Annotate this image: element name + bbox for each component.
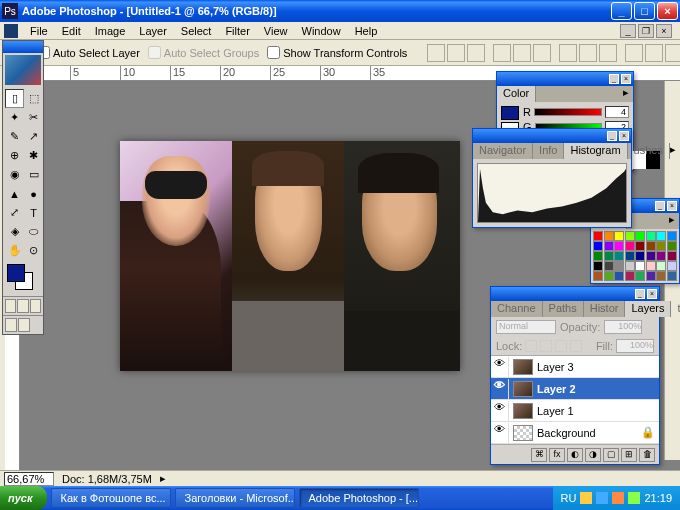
swatch[interactable] xyxy=(635,271,645,281)
swatch[interactable] xyxy=(614,241,624,251)
align-icon[interactable] xyxy=(467,44,485,62)
toolbox-titlebar[interactable] xyxy=(3,41,43,53)
panel-close-button[interactable]: × xyxy=(619,131,629,141)
quick-mask-icon[interactable] xyxy=(5,318,17,332)
tool-16[interactable]: ✋ xyxy=(5,241,24,260)
swatch[interactable] xyxy=(593,241,603,251)
swatch[interactable] xyxy=(635,251,645,261)
maximize-button[interactable]: □ xyxy=(634,2,655,20)
paths-tab[interactable]: Paths xyxy=(543,301,584,317)
auto-select-groups-checkbox[interactable]: Auto Select Groups xyxy=(148,46,259,59)
layer-row[interactable]: 👁Layer 3 xyxy=(491,356,659,378)
tool-11[interactable]: ● xyxy=(24,184,43,203)
visibility-eye-icon[interactable]: 👁 xyxy=(491,379,509,399)
swatch[interactable] xyxy=(667,231,677,241)
layer-name[interactable]: Background xyxy=(537,427,641,439)
visibility-eye-icon[interactable]: 👁 xyxy=(491,423,509,443)
layer-name[interactable]: Layer 2 xyxy=(537,383,659,395)
swatch[interactable] xyxy=(667,251,677,261)
doc-close-button[interactable]: × xyxy=(656,24,672,38)
menu-layer[interactable]: Layer xyxy=(133,24,173,38)
swatch[interactable] xyxy=(635,241,645,251)
panel-close-button[interactable]: × xyxy=(647,289,657,299)
zoom-input[interactable]: 66,67% xyxy=(4,472,54,486)
lock-all-icon[interactable] xyxy=(570,340,582,352)
fill-input[interactable]: 100% xyxy=(616,339,654,353)
jump-to-icon[interactable] xyxy=(18,318,30,332)
swatch[interactable] xyxy=(646,261,656,271)
delete-layer-icon[interactable]: 🗑 xyxy=(639,448,655,462)
swatch[interactable] xyxy=(593,251,603,261)
lock-pixels-icon[interactable] xyxy=(540,340,552,352)
panel-menu-icon[interactable]: ▸ xyxy=(619,86,633,102)
swatch[interactable] xyxy=(656,231,666,241)
document-canvas[interactable] xyxy=(120,141,460,371)
tool-13[interactable]: T xyxy=(24,203,43,222)
taskbar-button[interactable]: Adobe Photoshop - [... xyxy=(299,488,419,508)
panel-minimize-button[interactable]: _ xyxy=(609,74,619,84)
menu-window[interactable]: Window xyxy=(296,24,347,38)
tray-icon[interactable] xyxy=(628,492,640,504)
navigator-tab[interactable]: Navigator xyxy=(473,143,533,159)
distribute-icon[interactable] xyxy=(665,44,680,62)
screen-mode-standard[interactable] xyxy=(5,299,16,313)
tray-icon[interactable] xyxy=(580,492,592,504)
brushes-tab[interactable]: ushes xyxy=(628,143,670,159)
swatch[interactable] xyxy=(604,231,614,241)
swatch[interactable] xyxy=(614,231,624,241)
layer-row[interactable]: 👁Layer 1 xyxy=(491,400,659,422)
swatch[interactable] xyxy=(625,231,635,241)
tool-17[interactable]: ⊙ xyxy=(24,241,43,260)
auto-select-layer-checkbox[interactable]: Auto Select Layer xyxy=(37,46,140,59)
distribute-icon[interactable] xyxy=(625,44,643,62)
visibility-eye-icon[interactable]: 👁 xyxy=(491,401,509,421)
swatch[interactable] xyxy=(656,271,666,281)
layer-fx-icon[interactable]: fx xyxy=(549,448,565,462)
swatch[interactable] xyxy=(593,271,603,281)
tool-9[interactable]: ▭ xyxy=(24,165,43,184)
tool-12[interactable]: ⤢ xyxy=(5,203,24,222)
layer-name[interactable]: Layer 3 xyxy=(537,361,659,373)
doc-minimize-button[interactable]: _ xyxy=(620,24,636,38)
foreground-color[interactable] xyxy=(7,264,25,282)
swatch[interactable] xyxy=(635,231,645,241)
new-layer-icon[interactable]: ⊞ xyxy=(621,448,637,462)
color-fg-swatch[interactable] xyxy=(501,106,519,120)
lock-transparency-icon[interactable] xyxy=(525,340,537,352)
swatch[interactable] xyxy=(625,261,635,271)
swatch[interactable] xyxy=(646,251,656,261)
layer-link-icon[interactable]: ⌘ xyxy=(531,448,547,462)
swatch[interactable] xyxy=(635,261,645,271)
red-slider[interactable] xyxy=(534,108,602,116)
tool-8[interactable]: ◉ xyxy=(5,165,24,184)
tray-icon[interactable] xyxy=(612,492,624,504)
swatch[interactable] xyxy=(667,271,677,281)
swatch[interactable] xyxy=(604,241,614,251)
doc-restore-button[interactable]: ❐ xyxy=(638,24,654,38)
swatch[interactable] xyxy=(614,251,624,261)
swatch[interactable] xyxy=(625,241,635,251)
layer-thumbnail[interactable] xyxy=(513,403,533,419)
start-button[interactable]: пуск xyxy=(0,486,47,510)
opacity-input[interactable]: 100% xyxy=(604,320,642,334)
swatch[interactable] xyxy=(625,251,635,261)
tray-icon[interactable] xyxy=(596,492,608,504)
panel-close-button[interactable]: × xyxy=(621,74,631,84)
swatch[interactable] xyxy=(614,261,624,271)
red-value[interactable]: 4 xyxy=(605,106,629,118)
tool-15[interactable]: ⬭ xyxy=(24,222,43,241)
layers-tab[interactable]: Layers xyxy=(625,301,671,317)
system-tray[interactable]: RU 21:19 xyxy=(553,486,680,510)
histogram-tab[interactable]: Histogram xyxy=(564,143,627,159)
tool-6[interactable]: ⊕ xyxy=(5,146,24,165)
panel-minimize-button[interactable]: _ xyxy=(655,201,665,211)
tool-4[interactable]: ✎ xyxy=(5,127,24,146)
info-tab[interactable]: Info xyxy=(533,143,564,159)
lock-position-icon[interactable] xyxy=(555,340,567,352)
tool-0[interactable]: ▯ xyxy=(5,89,24,108)
align-icon[interactable] xyxy=(493,44,511,62)
layer-thumbnail[interactable] xyxy=(513,425,533,441)
swatch[interactable] xyxy=(646,241,656,251)
menu-file[interactable]: File xyxy=(24,24,54,38)
swatch[interactable] xyxy=(625,271,635,281)
